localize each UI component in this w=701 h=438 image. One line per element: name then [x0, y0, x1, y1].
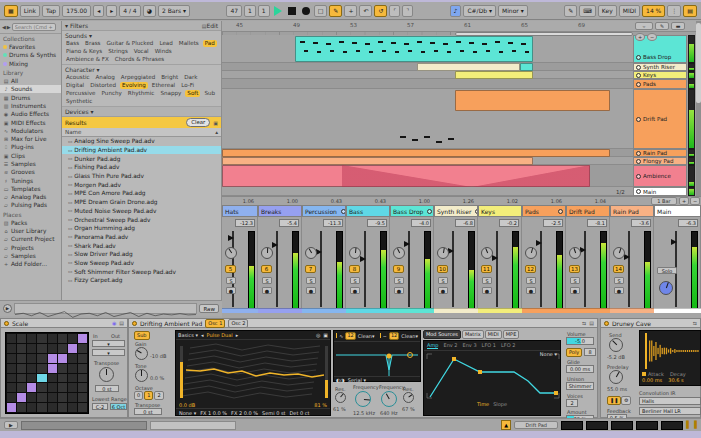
mixer-zoom-out-button[interactable]: − — [690, 197, 700, 205]
arm-button[interactable]: ● — [394, 287, 404, 294]
sidebar-item-max-for-live[interactable]: ⊞Max for Live — [0, 135, 61, 143]
selected-track-icon[interactable]: ▲ — [501, 420, 511, 430]
place-item-add-folder-[interactable]: +Add Folder... — [0, 260, 61, 268]
volume-fader[interactable] — [496, 231, 498, 307]
arm-button[interactable]: ● — [438, 287, 448, 294]
result-item[interactable]: ▭Morgen Pad.adv — [62, 180, 221, 189]
arrangement-draw-button[interactable]: ✎ — [655, 22, 669, 30]
sidebar-item-instruments[interactable]: ▥Instruments — [0, 102, 61, 110]
track-activator-icon[interactable] — [636, 189, 641, 194]
track-activator-button[interactable]: 9 — [393, 265, 404, 273]
filter1-slope-button[interactable]: 12 — [345, 332, 355, 340]
sound-tag-vocal[interactable]: Vocal — [132, 48, 151, 55]
mixer-track-tab-keys[interactable]: Keys — [478, 205, 522, 217]
scale-grid-cell[interactable] — [17, 403, 26, 412]
scale-mode-menu[interactable]: Minor ▾ — [498, 5, 528, 17]
sound-tag-pad[interactable]: Pad — [203, 40, 217, 47]
cue-volume-knob[interactable] — [659, 281, 673, 295]
mod-target-menu[interactable]: None ▾ — [540, 351, 557, 357]
track-activator-button[interactable]: 7 — [305, 265, 316, 273]
env-tab-env-[interactable]: Env 2 — [443, 342, 457, 349]
device-view-toggle-icon[interactable]: ▌▐ — [686, 421, 697, 429]
chain-play-button[interactable]: ▶ — [4, 421, 18, 429]
scale-grid-cell[interactable] — [58, 383, 67, 392]
sound-tag-strings[interactable]: Strings — [106, 48, 130, 55]
scale-grid-cell[interactable] — [68, 334, 77, 343]
clip-keys[interactable] — [455, 71, 533, 79]
solo-button[interactable]: S — [262, 277, 272, 284]
sidebar-item-templates[interactable]: ▭Templates — [0, 185, 61, 193]
volume-value-field[interactable]: -12.3 — [235, 219, 255, 227]
capture-midi-button[interactable]: + — [344, 5, 357, 17]
device-thumbnail[interactable] — [561, 421, 583, 430]
device-thumbnail[interactable] — [586, 421, 608, 430]
mod-tab-mpe[interactable]: MPE — [503, 330, 520, 339]
collection-item-drums-synths[interactable]: Drums & Synths — [0, 51, 61, 59]
volume-fader-handle[interactable] — [624, 254, 630, 260]
reverb-predelay-value[interactable]: 55.0 ms — [607, 386, 627, 392]
wavetable-fx-mode-menu[interactable]: None ▾ — [179, 410, 196, 416]
grid-setting-menu[interactable]: 1 Bar — [651, 197, 677, 205]
key-map-button[interactable]: Key — [598, 5, 617, 17]
clear-filters-button[interactable]: Clear — [186, 118, 210, 127]
zoom-in-button[interactable]: + — [635, 33, 645, 41]
scale-grid-cell[interactable] — [27, 374, 36, 383]
arm-button[interactable]: ● — [526, 287, 536, 294]
scale-grid-cell[interactable] — [78, 383, 87, 392]
track-header-main[interactable]: Main — [633, 187, 687, 196]
sidebar-item-modulators[interactable]: ∿Modulators — [0, 127, 61, 135]
env-tab-lfo-[interactable]: LFO 2 — [501, 342, 515, 349]
collection-item-favorites[interactable]: Favorites — [0, 43, 61, 51]
re-enable-automation-button[interactable]: ↶ — [359, 5, 372, 17]
scale-grid-cell[interactable] — [37, 344, 46, 353]
wavetable-prev-button[interactable]: ◂ — [201, 332, 204, 338]
arrangement-lane-keys[interactable] — [222, 71, 633, 79]
track-activator-button[interactable]: 14 — [613, 265, 624, 273]
arrangement-lane-pads[interactable] — [222, 79, 633, 89]
device-thumbnail[interactable] — [611, 421, 633, 430]
results-name-column[interactable]: Name — [65, 128, 82, 136]
volume-value-field[interactable]: -8.1 — [587, 219, 607, 227]
scale-grid-cell[interactable] — [17, 383, 26, 392]
draw-mode-button[interactable]: ✎ — [564, 5, 577, 17]
scale-grid-cell[interactable] — [58, 403, 67, 412]
wavetable-position-value[interactable]: 81 % — [314, 402, 327, 408]
reverb-send-value[interactable]: -5.2 dB — [607, 354, 625, 360]
filter1-type-menu[interactable]: Clean▾ — [358, 333, 375, 339]
browser-forward-button[interactable]: ▶ — [7, 24, 11, 30]
track-activator-button[interactable]: 10 — [437, 265, 448, 273]
wavetable-device-header[interactable]: Drifting Ambient Pad Osc 1 Osc 2 ⇆ ▤ — [128, 318, 598, 328]
scale-grid-cell[interactable] — [7, 334, 16, 343]
arm-button[interactable]: ● — [482, 287, 492, 294]
result-item[interactable]: ▭Organ Humming.adg — [62, 224, 221, 233]
filter2-res-knob[interactable] — [403, 392, 414, 403]
glide-value[interactable]: 0.00 ms — [566, 365, 594, 373]
mixer-track-tab-breaks[interactable]: Breaks — [258, 205, 302, 217]
clip-synth-riser-tail[interactable] — [520, 63, 533, 71]
scale-grid-cell[interactable] — [27, 403, 36, 412]
poly-button[interactable]: Poly — [566, 348, 582, 357]
scale-grid-cell[interactable] — [37, 403, 46, 412]
place-item-packs[interactable]: ▧Packs — [0, 219, 61, 227]
track-activator-button[interactable]: 5 — [225, 265, 236, 273]
scale-grid-cell[interactable] — [78, 403, 87, 412]
sidebar-item-plug-ins[interactable]: ⌷Plug-ins — [0, 143, 61, 151]
reverb-predelay-knob[interactable] — [609, 370, 623, 384]
wavetable-link-icon[interactable]: ◎ — [316, 332, 320, 338]
scale-power-button[interactable] — [4, 321, 9, 326]
solo-button[interactable]: S — [570, 277, 580, 284]
tempo-field[interactable]: 175.00 — [62, 5, 91, 17]
scale-grid-cell[interactable] — [27, 334, 36, 343]
scale-grid-cell[interactable] — [37, 374, 46, 383]
result-item[interactable]: ▭Muted Noise Sweep Pad.adv — [62, 207, 221, 216]
selected-track-chip[interactable]: Drift Pad — [514, 421, 558, 429]
wavetable-name-menu[interactable]: Pulse Dual — [206, 332, 232, 338]
sub-gain-value[interactable]: -10 dB — [150, 353, 166, 359]
sound-tag-piano-keys[interactable]: Piano & Keys — [64, 48, 104, 55]
scale-lowest-value[interactable]: C-2 — [92, 403, 108, 410]
clip-synth-riser[interactable] — [417, 63, 520, 71]
mod-tab-midi[interactable]: MIDI — [485, 330, 502, 339]
track-activator-button[interactable]: 12 — [525, 265, 536, 273]
scale-grid-cell[interactable] — [37, 383, 46, 392]
reverb-flat-button[interactable]: ⚙ — [621, 396, 631, 405]
